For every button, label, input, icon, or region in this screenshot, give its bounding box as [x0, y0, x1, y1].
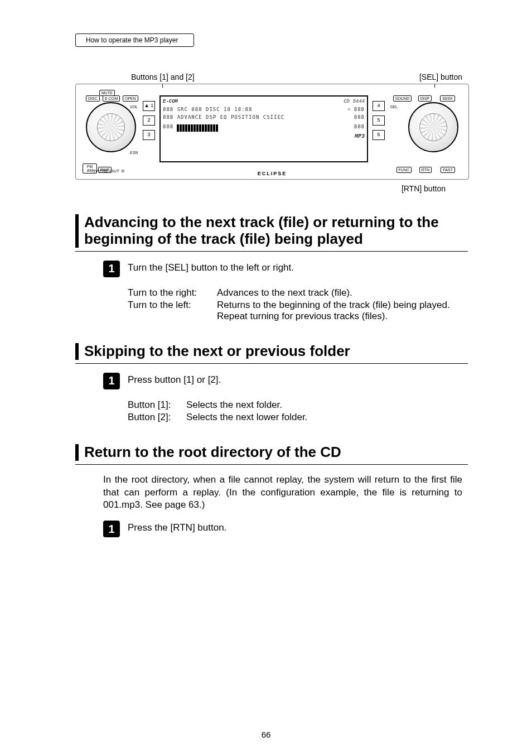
step-number-icon: 1 [103, 521, 120, 537]
mp3-label: MP3 [163, 133, 365, 140]
section-advancing-track: Advancing to the next track (file) or re… [75, 214, 468, 322]
step-number-icon: 1 [103, 261, 120, 277]
preset-4: 4 [373, 101, 385, 111]
button1-value: Selects the next folder. [186, 399, 462, 411]
preset-buttons-left: ▲ 1 2 3 [143, 101, 155, 140]
diagram-label-rtn: [RTN] button [75, 184, 446, 193]
lcd-seg-1: 888 SRC 888 DISC 18 18:88 [163, 107, 252, 113]
divider [75, 251, 468, 252]
lcd-right-1: 888 [354, 107, 365, 113]
divider [75, 464, 468, 465]
pointer-line [162, 84, 163, 88]
step3-text: Press the [RTN] button. [128, 522, 226, 533]
seek-button: SEEK [440, 95, 455, 102]
step2-text: Press button [1] or [2]. [128, 374, 221, 386]
pointer-line [412, 179, 413, 180]
section1-description: Turn to the right: Advances to the next … [128, 287, 462, 322]
fast-button: FAST [441, 167, 455, 173]
lcd-seg-3: 888 [163, 124, 173, 130]
turn-left-value-1: Returns to the beginning of the track (f… [217, 300, 462, 311]
header-tab: How to operate the MP3 player [75, 33, 194, 47]
button2-label: Button [2]: [128, 412, 181, 423]
lcd-brand: E-COM [163, 99, 178, 105]
section3-intro: In the root directory, when a file canno… [103, 474, 462, 512]
radio-face-illustration: MUTE DISC E-COM OPEN VOL ESN FM AM PWR ▲… [75, 84, 469, 180]
vol-label: VOL [128, 104, 139, 109]
step-row: 1 Press button [1] or [2]. [103, 373, 468, 389]
pointer-line [434, 84, 435, 88]
sel-label: SEL [389, 104, 399, 109]
lcd-seg-2: 888 ADVANCE DSP EQ POSITION CSIIEC [163, 114, 284, 121]
section2-title: Skipping to the next or previous folder [75, 343, 468, 360]
sound-button: SOUND [393, 95, 412, 102]
left-knob [86, 102, 136, 152]
diagram-label-sel: [SEL] button [419, 73, 462, 81]
lcd-model: CD 5444 [344, 99, 365, 105]
step-row: 1 Turn the [SEL] button to the left or r… [103, 261, 468, 277]
right-knob-sel [408, 102, 458, 152]
preset-buttons-right: 4 5 6 [373, 101, 385, 140]
diagram-label-buttons-1-2: Buttons [1] and [2] [131, 73, 195, 81]
preset-5: 5 [373, 115, 385, 126]
rca-icon: ⊖ [121, 168, 125, 174]
turn-right-value: Advances to the next track (file). [217, 287, 462, 298]
turn-left-label: Turn to the left: [128, 300, 211, 322]
turn-right-label: Turn to the right: [128, 287, 211, 298]
rtn-button: RTN [419, 167, 432, 173]
diagram-area: Buttons [1] and [2] [SEL] button MUTE DI… [75, 73, 468, 193]
section1-title: Advancing to the next track (file) or re… [75, 214, 468, 248]
section3-title: Return to the root directory of the CD [75, 444, 468, 461]
func-button: FUNC [396, 167, 412, 173]
section-return-root: Return to the root directory of the CD I… [75, 444, 468, 538]
step-row: 1 Press the [RTN] button. [103, 521, 468, 537]
divider [75, 363, 468, 364]
disp-button: DISP [418, 95, 432, 102]
page-number: 66 [0, 730, 532, 739]
lcd-right-3: 888 [354, 124, 365, 130]
preset-3: 3 [143, 130, 155, 140]
lcd-right-2: 888 [354, 114, 365, 121]
preset-1: ▲ 1 [143, 101, 155, 111]
disc-button: DISC [86, 95, 100, 102]
spectrum-icon [177, 122, 218, 132]
section2-description: Button [1]: Selects the next folder. But… [128, 399, 462, 423]
esn-label: ESN [128, 150, 139, 155]
button2-value: Selects the next lower folder. [186, 412, 462, 423]
preset-6: 6 [373, 130, 385, 140]
preset-2: 2 [143, 115, 155, 126]
pre-out-label: 5V PRE-OUT ⊖ [93, 168, 125, 174]
section-skipping-folder: Skipping to the next or previous folder … [75, 343, 468, 423]
lcd-display: E-COM CD 5444 888 SRC 888 DISC 18 18:88 … [159, 95, 368, 162]
eclipse-brand: ECLIPSE [252, 170, 293, 177]
open-button: OPEN [123, 95, 138, 102]
turn-left-value-2: Repeat turning for previous tracks (file… [217, 311, 462, 322]
button1-label: Button [1]: [128, 399, 181, 411]
step-number-icon: 1 [103, 373, 120, 389]
ecom-button: E-COM [103, 95, 120, 102]
step1-text: Turn the [SEL] button to the left or rig… [128, 262, 294, 273]
